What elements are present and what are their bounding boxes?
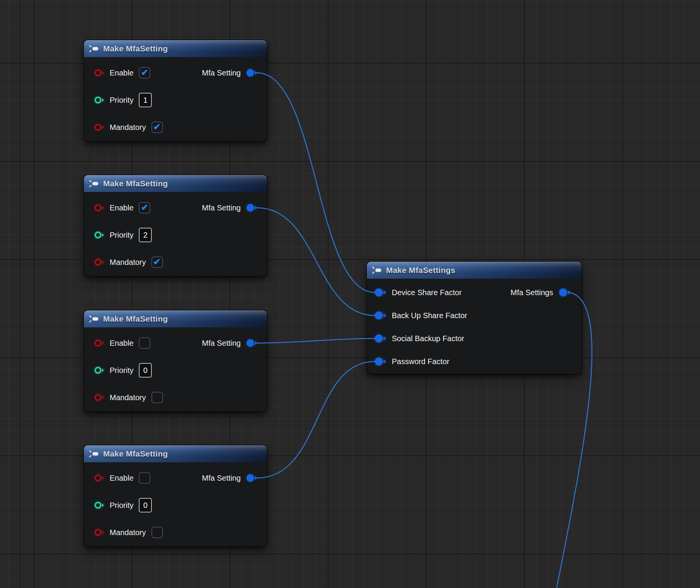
pin-label-enable: Enable xyxy=(110,69,133,77)
struct-pin-icon[interactable] xyxy=(374,334,386,343)
enable-checkbox[interactable] xyxy=(139,472,150,484)
make-struct-icon xyxy=(89,315,99,323)
struct-pin-icon[interactable] xyxy=(246,69,258,77)
pin-row-mfa-setting-out: Mfa Setting xyxy=(202,201,258,215)
wire-mfasetting4-to-password[interactable] xyxy=(257,361,375,478)
node-make-mfasetting-3[interactable]: Make MfaSetting Enable Priority 0 Mandat… xyxy=(84,310,267,411)
pin-label-mandatory: Mandatory xyxy=(110,528,146,537)
node-header[interactable]: Make MfaSetting xyxy=(84,445,267,462)
bool-pin-icon[interactable] xyxy=(94,124,104,131)
struct-pin-icon[interactable] xyxy=(246,474,258,482)
pin-label-priority: Priority xyxy=(110,96,133,105)
node-title: Make MfaSetting xyxy=(103,179,168,188)
pin-row-mandatory: Mandatory ✔ xyxy=(94,255,163,269)
node-title: Make MfaSetting xyxy=(103,449,168,458)
enable-checkbox[interactable] xyxy=(139,337,150,349)
pin-label-enable: Enable xyxy=(110,474,133,483)
pin-row-mfa-settings-out: Mfa Settings xyxy=(511,286,571,299)
check-icon: ✔ xyxy=(141,203,148,212)
mandatory-checkbox[interactable] xyxy=(151,392,163,403)
node-title: Make MfaSetting xyxy=(103,44,168,53)
check-icon: ✔ xyxy=(153,258,161,266)
bool-pin-icon[interactable] xyxy=(94,69,104,76)
bool-pin-icon[interactable] xyxy=(94,394,104,401)
enable-checkbox[interactable]: ✔ xyxy=(139,67,150,79)
pin-row-social-backup-factor: Social Backup Factor xyxy=(374,332,464,345)
node-make-mfasetting-4[interactable]: Make MfaSetting Enable Priority 0 Mandat… xyxy=(84,445,267,546)
node-title: Make MfaSetting xyxy=(103,314,168,324)
priority-input[interactable]: 2 xyxy=(139,228,152,242)
bool-pin-icon[interactable] xyxy=(94,475,104,481)
node-make-mfasetting-1[interactable]: Make MfaSetting Enable ✔ Priority 1 Mand… xyxy=(84,40,267,141)
pin-label-enable: Enable xyxy=(110,339,133,348)
enable-checkbox[interactable]: ✔ xyxy=(139,202,150,214)
pin-label-password-factor: Password Factor xyxy=(392,357,449,366)
pin-row-priority: Priority 2 xyxy=(94,228,152,242)
int-pin-icon[interactable] xyxy=(94,502,104,509)
pin-label-enable: Enable xyxy=(110,204,133,212)
check-icon: ✔ xyxy=(153,123,161,131)
priority-input[interactable]: 0 xyxy=(139,498,152,512)
node-make-mfasettings[interactable]: Make MfaSettings Device Share Factor Bac… xyxy=(367,262,582,374)
make-struct-icon xyxy=(372,266,382,274)
node-header[interactable]: Make MfaSetting xyxy=(84,175,267,192)
pin-row-priority: Priority 0 xyxy=(94,363,152,377)
pin-label-mfa-setting: Mfa Setting xyxy=(202,339,241,348)
pin-row-mfa-setting-out: Mfa Setting xyxy=(202,471,258,485)
pin-row-enable: Enable ✔ xyxy=(94,66,150,80)
pin-label-mfa-setting: Mfa Setting xyxy=(202,69,241,77)
pin-row-password-factor: Password Factor xyxy=(374,355,449,368)
pin-row-enable: Enable xyxy=(94,336,150,350)
pin-row-enable: Enable ✔ xyxy=(94,201,150,215)
struct-pin-icon[interactable] xyxy=(246,204,258,212)
pin-label-mfa-settings: Mfa Settings xyxy=(511,288,553,297)
pin-label-priority: Priority xyxy=(110,231,133,240)
bool-pin-icon[interactable] xyxy=(94,204,104,211)
node-make-mfasetting-2[interactable]: Make MfaSetting Enable ✔ Priority 2 Mand… xyxy=(84,175,267,276)
pin-row-mandatory: Mandatory xyxy=(94,391,163,404)
pin-row-priority: Priority 1 xyxy=(94,93,152,107)
mandatory-checkbox[interactable] xyxy=(151,527,163,538)
pin-row-mfa-setting-out: Mfa Setting xyxy=(202,66,258,80)
struct-pin-icon[interactable] xyxy=(246,339,258,347)
int-pin-icon[interactable] xyxy=(94,367,104,374)
make-struct-icon xyxy=(89,450,99,458)
make-struct-icon xyxy=(89,180,99,187)
struct-pin-icon[interactable] xyxy=(374,288,386,297)
wire-mfasetting3-to-social-backup[interactable] xyxy=(257,338,375,343)
pin-row-device-share-factor: Device Share Factor xyxy=(374,286,462,299)
node-title: Make MfaSettings xyxy=(386,266,455,275)
pin-row-enable: Enable xyxy=(94,471,150,485)
pin-label-priority: Priority xyxy=(110,366,133,375)
pin-row-mandatory: Mandatory xyxy=(94,526,163,539)
check-icon: ✔ xyxy=(141,68,148,77)
bool-pin-icon[interactable] xyxy=(94,340,104,347)
pin-row-mandatory: Mandatory ✔ xyxy=(94,120,163,134)
bool-pin-icon[interactable] xyxy=(94,259,104,266)
priority-input[interactable]: 0 xyxy=(139,363,152,378)
struct-pin-icon[interactable] xyxy=(374,357,386,366)
int-pin-icon[interactable] xyxy=(94,232,104,238)
pin-label-social-backup-factor: Social Backup Factor xyxy=(392,334,464,343)
priority-input[interactable]: 1 xyxy=(139,93,152,107)
pin-label-device-share-factor: Device Share Factor xyxy=(392,288,462,297)
blueprint-graph-canvas[interactable]: Make MfaSetting Enable ✔ Priority 1 Mand… xyxy=(0,0,700,588)
pin-label-mandatory: Mandatory xyxy=(110,258,146,267)
pin-label-mfa-setting: Mfa Setting xyxy=(202,474,241,483)
pin-label-mfa-setting: Mfa Setting xyxy=(202,204,241,212)
pin-label-mandatory: Mandatory xyxy=(110,393,146,402)
bool-pin-icon[interactable] xyxy=(94,529,104,536)
pin-label-priority: Priority xyxy=(110,501,133,510)
int-pin-icon[interactable] xyxy=(94,97,104,103)
mandatory-checkbox[interactable]: ✔ xyxy=(151,256,163,268)
node-header[interactable]: Make MfaSetting xyxy=(84,310,267,327)
pin-row-priority: Priority 0 xyxy=(94,498,152,512)
mandatory-checkbox[interactable]: ✔ xyxy=(151,122,163,133)
wire-mfasetting2-to-backup-share[interactable] xyxy=(257,208,375,315)
node-header[interactable]: Make MfaSetting xyxy=(84,40,267,57)
make-struct-icon xyxy=(89,45,99,53)
pin-row-backup-share-factor: Back Up Share Factor xyxy=(374,309,467,322)
pin-row-mfa-setting-out: Mfa Setting xyxy=(202,336,258,350)
node-header[interactable]: Make MfaSettings xyxy=(367,262,582,279)
struct-pin-icon[interactable] xyxy=(374,311,386,320)
